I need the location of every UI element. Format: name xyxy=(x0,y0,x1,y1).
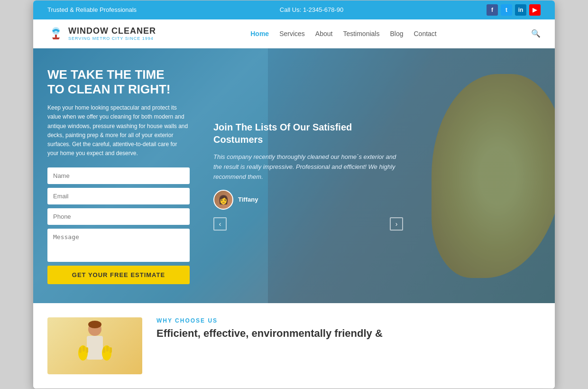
youtube-icon[interactable]: ▶ xyxy=(529,4,541,16)
svg-rect-12 xyxy=(110,347,112,353)
nav-home[interactable]: Home xyxy=(250,30,269,37)
nav-services[interactable]: Services xyxy=(279,30,305,37)
hero-form-area: WE TAKE THE TIME TO CLEAN IT RIGHT! Keep… xyxy=(47,67,190,285)
bottom-section: WHY CHOOSE US Efficient, effective, envi… xyxy=(33,303,555,389)
hero-section: WE TAKE THE TIME TO CLEAN IT RIGHT! Keep… xyxy=(33,48,555,304)
nav-testimonials[interactable]: Testimonials xyxy=(343,30,379,37)
facebook-icon[interactable]: f xyxy=(487,4,498,16)
svg-rect-11 xyxy=(106,346,109,352)
why-choose-title: Efficient, effective, environmentally fr… xyxy=(156,327,541,341)
hero-title: WE TAKE THE TIME TO CLEAN IT RIGHT! xyxy=(47,67,190,97)
slider-controls: ‹ › xyxy=(213,217,403,231)
social-icons: f t in ▶ xyxy=(487,4,541,16)
bottom-image xyxy=(47,317,142,374)
nav-bar: WINDOW CLEANER SERVING METRO CITY SINCE … xyxy=(33,19,555,48)
avatar: 👩 xyxy=(213,190,233,210)
twitter-icon[interactable]: t xyxy=(501,4,512,16)
nav-about[interactable]: About xyxy=(315,30,333,37)
why-choose-label: WHY CHOOSE US xyxy=(156,317,541,324)
nav-blog[interactable]: Blog xyxy=(390,30,403,37)
logo: WINDOW CLEANER SERVING METRO CITY SINCE … xyxy=(47,25,156,42)
logo-title: WINDOW CLEANER xyxy=(68,26,156,36)
hero-description: Keep your home looking spectacular and p… xyxy=(47,103,190,158)
hero-testimonial-area: Join The Lists Of Our Satisfied Costumer… xyxy=(204,67,541,285)
testimonial-title: Join The Lists Of Our Satisfied Costumer… xyxy=(213,121,403,146)
next-arrow[interactable]: › xyxy=(390,217,403,231)
svg-rect-7 xyxy=(79,347,82,353)
logo-subtitle: SERVING METRO CITY SINCE 1994 xyxy=(68,36,156,41)
svg-rect-9 xyxy=(86,347,88,353)
cta-button[interactable]: GET YOUR FREE ESTIMATE xyxy=(47,266,190,284)
testimonial-author: 👩 Tiffany xyxy=(213,190,403,210)
svg-rect-4 xyxy=(87,336,103,360)
tagline: Trusted & Reliable Professionals xyxy=(47,6,137,13)
prev-arrow[interactable]: ‹ xyxy=(213,217,227,231)
svg-rect-1 xyxy=(55,35,57,37)
svg-point-3 xyxy=(88,321,101,328)
testimonial-box: Join The Lists Of Our Satisfied Costumer… xyxy=(213,121,403,230)
search-icon[interactable]: 🔍 xyxy=(531,29,541,38)
bottom-text: WHY CHOOSE US Efficient, effective, envi… xyxy=(156,317,541,341)
nav-contact[interactable]: Contact xyxy=(413,30,436,37)
phone-input[interactable] xyxy=(47,208,190,225)
top-bar: Trusted & Reliable Professionals Call Us… xyxy=(33,0,555,19)
person-illustration xyxy=(74,320,116,374)
name-input[interactable] xyxy=(47,167,190,184)
message-input[interactable] xyxy=(47,229,190,262)
browser-window: Trusted & Reliable Professionals Call Us… xyxy=(33,0,555,389)
hero-content: WE TAKE THE TIME TO CLEAN IT RIGHT! Keep… xyxy=(33,48,555,304)
logo-text: WINDOW CLEANER SERVING METRO CITY SINCE … xyxy=(68,26,156,41)
email-input[interactable] xyxy=(47,188,190,204)
testimonial-text: This company recently thoroughly cleaned… xyxy=(213,152,403,182)
hero-form: GET YOUR FREE ESTIMATE xyxy=(47,167,190,284)
linkedin-icon[interactable]: in xyxy=(515,4,526,16)
nav-links: Home Services About Testimonials Blog Co… xyxy=(250,29,437,38)
phone: Call Us: 1-2345-678-90 xyxy=(280,6,343,13)
author-name: Tiffany xyxy=(238,196,258,203)
logo-icon xyxy=(47,25,64,42)
svg-rect-8 xyxy=(83,346,85,352)
svg-rect-10 xyxy=(103,347,105,353)
